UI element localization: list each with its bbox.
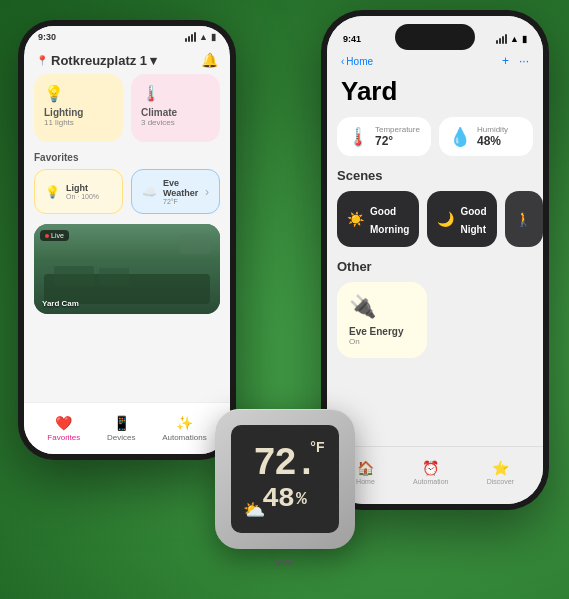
ios-signal-icon xyxy=(496,34,507,44)
climate-tile[interactable]: 🌡️ Climate 3 devices xyxy=(131,74,220,142)
person-icon: 🚶 xyxy=(515,211,532,227)
good-morning-scene[interactable]: ☀️ Good Morning xyxy=(337,191,419,247)
lighting-tile[interactable]: 💡 Lighting 11 lights xyxy=(34,74,123,142)
notification-bell-icon[interactable]: 🔔 xyxy=(201,52,218,68)
ios-main-content: 🌡️ Temperature 72° 💧 Humidity 48% Scenes xyxy=(327,117,543,358)
climate-icon: 🌡️ xyxy=(141,84,210,103)
temperature-label: Temperature xyxy=(375,125,420,134)
automation-nav-label: Automation xyxy=(413,478,448,485)
eve-energy-icon: 🔌 xyxy=(349,294,415,320)
weather-fav-sub: 72°F xyxy=(163,198,199,205)
eve-temperature-display: 72. xyxy=(253,445,315,483)
dynamic-island xyxy=(395,24,475,50)
climate-title: Climate xyxy=(141,107,210,118)
more-button[interactable]: ··· xyxy=(519,54,529,68)
camera-name: Yard Cam xyxy=(42,299,79,308)
eve-energy-device[interactable]: 🔌 Eve Energy On xyxy=(337,282,427,358)
ios-screen: 9:41 ▲ ▮ ‹ Home + ··· xyxy=(327,16,543,504)
discover-nav-label: Discover xyxy=(487,478,514,485)
ios-nav-discover[interactable]: ⭐ Discover xyxy=(487,460,514,485)
nav-automations[interactable]: ✨ Automations xyxy=(162,415,206,442)
eve-device-screen: °F 72. 48 % ⛅ xyxy=(231,425,339,533)
eve-device-body: °F 72. 48 % ⛅ xyxy=(215,409,355,549)
ios-wifi-icon: ▲ xyxy=(510,34,519,44)
back-button[interactable]: ‹ Home xyxy=(341,56,373,67)
climate-subtitle: 3 devices xyxy=(141,118,210,127)
android-nav-bar: ❤️ Favorites 📱 Devices ✨ Automations xyxy=(24,402,230,454)
devices-nav-label: Devices xyxy=(107,433,135,442)
android-main-content: 💡 Lighting 11 lights 🌡️ Climate 3 device… xyxy=(24,74,230,314)
ios-nav-automation[interactable]: ⏰ Automation xyxy=(413,460,448,485)
humidity-label: Humidity xyxy=(477,125,508,134)
discover-nav-icon: ⭐ xyxy=(492,460,509,476)
more-scenes-button[interactable]: 🚶 xyxy=(505,191,543,247)
light-favorite[interactable]: 💡 Light On · 100% xyxy=(34,169,123,214)
eve-device: °F 72. 48 % ⛅ eve xyxy=(215,409,355,549)
camera-live-badge: Live xyxy=(40,230,69,241)
ios-battery-icon: ▮ xyxy=(522,34,527,44)
add-button[interactable]: + xyxy=(502,54,509,68)
lighting-subtitle: 11 lights xyxy=(44,118,113,127)
scenes-label: Scenes xyxy=(337,168,533,183)
android-screen: 9:30 ▲ ▮ 📍 Rotkreuzplatz 1 ▾ 🔔 xyxy=(24,26,230,454)
favorites-section-label: Favorites xyxy=(34,152,220,163)
scenes-row: ☀️ Good Morning 🌙 Good Night 🚶 xyxy=(337,191,533,247)
nav-devices[interactable]: 📱 Devices xyxy=(107,415,135,442)
back-chevron-icon: ‹ xyxy=(341,56,344,67)
other-label: Other xyxy=(337,259,533,274)
sun-icon: ☀️ xyxy=(347,211,364,227)
chevron-right-icon: › xyxy=(205,185,209,199)
wifi-icon: ▲ xyxy=(199,32,208,42)
humidity-icon: 💧 xyxy=(449,126,471,148)
back-label: Home xyxy=(346,56,373,67)
weather-fav-icon: ☁️ xyxy=(142,185,157,199)
lighting-icon: 💡 xyxy=(44,84,113,103)
temperature-icon: 🌡️ xyxy=(347,126,369,148)
favorites-nav-icon: ❤️ xyxy=(55,415,72,431)
temperature-card[interactable]: 🌡️ Temperature 72° xyxy=(337,117,431,156)
camera-card[interactable]: Live Yard Cam xyxy=(34,224,220,314)
signal-icon xyxy=(185,32,196,42)
light-fav-sub: On · 100% xyxy=(66,193,99,200)
stats-row: 🌡️ Temperature 72° 💧 Humidity 48% xyxy=(337,117,533,156)
nav-favorites[interactable]: ❤️ Favorites xyxy=(47,415,80,442)
ios-header-actions: + ··· xyxy=(502,54,529,68)
android-status-bar: 9:30 ▲ ▮ xyxy=(24,26,230,48)
ios-nav-header: ‹ Home + ··· xyxy=(327,52,543,76)
moon-icon: 🌙 xyxy=(437,211,454,227)
devices-nav-icon: 📱 xyxy=(113,415,130,431)
phone-right: 9:41 ▲ ▮ ‹ Home + ··· xyxy=(321,10,549,510)
android-time: 9:30 xyxy=(38,32,56,42)
temperature-unit: °F xyxy=(310,439,324,455)
location-title[interactable]: 📍 Rotkreuzplatz 1 ▾ xyxy=(36,53,157,68)
eve-energy-status: On xyxy=(349,337,415,346)
chevron-down-icon: ▾ xyxy=(150,53,157,68)
eve-energy-title: Eve Energy xyxy=(349,326,415,337)
lighting-title: Lighting xyxy=(44,107,113,118)
page-title: Yard xyxy=(341,76,529,107)
ios-time: 9:41 xyxy=(343,34,361,44)
live-dot xyxy=(45,234,49,238)
automations-nav-label: Automations xyxy=(162,433,206,442)
battery-icon: ▮ xyxy=(211,32,216,42)
android-header: 📍 Rotkreuzplatz 1 ▾ 🔔 xyxy=(24,48,230,74)
light-fav-icon: 💡 xyxy=(45,185,60,199)
humidity-card[interactable]: 💧 Humidity 48% xyxy=(439,117,533,156)
ios-nav-home[interactable]: 🏠 Home xyxy=(356,460,375,485)
automations-nav-icon: ✨ xyxy=(176,415,193,431)
scenes-section: Scenes ☀️ Good Morning 🌙 Good Night xyxy=(337,168,533,247)
weather-favorite[interactable]: ☁️ Eve Weather 72°F › xyxy=(131,169,220,214)
phone-left: 9:30 ▲ ▮ 📍 Rotkreuzplatz 1 ▾ 🔔 xyxy=(18,20,236,460)
good-night-scene[interactable]: 🌙 Good Night xyxy=(427,191,496,247)
humidity-value: 48% xyxy=(477,134,508,148)
eve-weather-icon: ⛅ xyxy=(243,499,265,521)
eve-brand-label: eve xyxy=(275,555,293,567)
home-nav-icon: 🏠 xyxy=(357,460,374,476)
temperature-value: 72° xyxy=(375,134,420,148)
home-nav-label: Home xyxy=(356,478,375,485)
good-morning-label: Good Morning xyxy=(370,206,409,235)
favorites-row: 💡 Light On · 100% ☁️ Eve Weather 72°F › xyxy=(34,169,220,214)
device-tiles: 💡 Lighting 11 lights 🌡️ Climate 3 device… xyxy=(34,74,220,142)
ios-status-icons: ▲ ▮ xyxy=(496,34,527,44)
eve-humidity-display: 48 xyxy=(262,485,294,513)
